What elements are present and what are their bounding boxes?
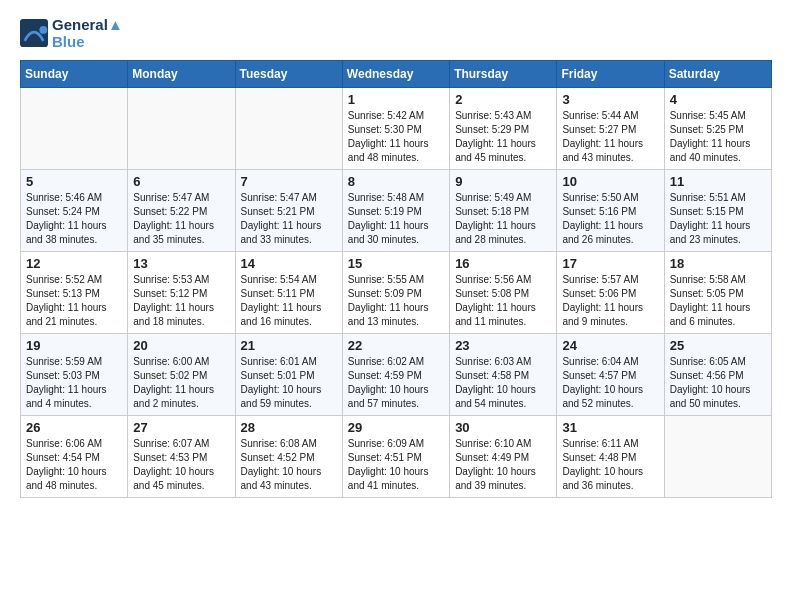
week-row-2: 5Sunrise: 5:46 AM Sunset: 5:24 PM Daylig… — [21, 170, 772, 252]
logo-icon — [20, 19, 48, 47]
day-number: 16 — [455, 256, 551, 271]
day-info: Sunrise: 5:52 AM Sunset: 5:13 PM Dayligh… — [26, 273, 122, 329]
calendar-cell: 30Sunrise: 6:10 AM Sunset: 4:49 PM Dayli… — [450, 416, 557, 498]
weekday-header-saturday: Saturday — [664, 61, 771, 88]
day-info: Sunrise: 6:06 AM Sunset: 4:54 PM Dayligh… — [26, 437, 122, 493]
day-number: 10 — [562, 174, 658, 189]
calendar-cell: 15Sunrise: 5:55 AM Sunset: 5:09 PM Dayli… — [342, 252, 449, 334]
day-number: 1 — [348, 92, 444, 107]
calendar-cell: 4Sunrise: 5:45 AM Sunset: 5:25 PM Daylig… — [664, 88, 771, 170]
day-info: Sunrise: 5:53 AM Sunset: 5:12 PM Dayligh… — [133, 273, 229, 329]
day-info: Sunrise: 6:04 AM Sunset: 4:57 PM Dayligh… — [562, 355, 658, 411]
weekday-header-thursday: Thursday — [450, 61, 557, 88]
weekday-header-monday: Monday — [128, 61, 235, 88]
day-info: Sunrise: 5:47 AM Sunset: 5:21 PM Dayligh… — [241, 191, 337, 247]
day-number: 2 — [455, 92, 551, 107]
day-number: 7 — [241, 174, 337, 189]
day-number: 8 — [348, 174, 444, 189]
day-info: Sunrise: 5:59 AM Sunset: 5:03 PM Dayligh… — [26, 355, 122, 411]
day-number: 26 — [26, 420, 122, 435]
header: General▲ Blue — [20, 16, 772, 50]
calendar-cell — [235, 88, 342, 170]
week-row-3: 12Sunrise: 5:52 AM Sunset: 5:13 PM Dayli… — [21, 252, 772, 334]
calendar-cell — [128, 88, 235, 170]
day-number: 28 — [241, 420, 337, 435]
calendar-cell: 8Sunrise: 5:48 AM Sunset: 5:19 PM Daylig… — [342, 170, 449, 252]
day-info: Sunrise: 6:10 AM Sunset: 4:49 PM Dayligh… — [455, 437, 551, 493]
day-info: Sunrise: 6:07 AM Sunset: 4:53 PM Dayligh… — [133, 437, 229, 493]
calendar-cell: 6Sunrise: 5:47 AM Sunset: 5:22 PM Daylig… — [128, 170, 235, 252]
calendar-cell: 28Sunrise: 6:08 AM Sunset: 4:52 PM Dayli… — [235, 416, 342, 498]
day-info: Sunrise: 5:43 AM Sunset: 5:29 PM Dayligh… — [455, 109, 551, 165]
day-info: Sunrise: 5:50 AM Sunset: 5:16 PM Dayligh… — [562, 191, 658, 247]
calendar-cell: 24Sunrise: 6:04 AM Sunset: 4:57 PM Dayli… — [557, 334, 664, 416]
svg-point-1 — [39, 26, 47, 34]
calendar-cell: 7Sunrise: 5:47 AM Sunset: 5:21 PM Daylig… — [235, 170, 342, 252]
calendar-cell: 5Sunrise: 5:46 AM Sunset: 5:24 PM Daylig… — [21, 170, 128, 252]
calendar-cell: 12Sunrise: 5:52 AM Sunset: 5:13 PM Dayli… — [21, 252, 128, 334]
day-number: 4 — [670, 92, 766, 107]
day-number: 20 — [133, 338, 229, 353]
calendar-cell: 22Sunrise: 6:02 AM Sunset: 4:59 PM Dayli… — [342, 334, 449, 416]
day-number: 25 — [670, 338, 766, 353]
weekday-header-wednesday: Wednesday — [342, 61, 449, 88]
day-info: Sunrise: 5:44 AM Sunset: 5:27 PM Dayligh… — [562, 109, 658, 165]
day-number: 14 — [241, 256, 337, 271]
day-info: Sunrise: 6:01 AM Sunset: 5:01 PM Dayligh… — [241, 355, 337, 411]
day-info: Sunrise: 5:47 AM Sunset: 5:22 PM Dayligh… — [133, 191, 229, 247]
calendar-cell: 2Sunrise: 5:43 AM Sunset: 5:29 PM Daylig… — [450, 88, 557, 170]
day-info: Sunrise: 6:00 AM Sunset: 5:02 PM Dayligh… — [133, 355, 229, 411]
day-number: 3 — [562, 92, 658, 107]
day-number: 29 — [348, 420, 444, 435]
day-info: Sunrise: 5:56 AM Sunset: 5:08 PM Dayligh… — [455, 273, 551, 329]
day-number: 27 — [133, 420, 229, 435]
day-number: 12 — [26, 256, 122, 271]
day-number: 11 — [670, 174, 766, 189]
calendar-cell: 11Sunrise: 5:51 AM Sunset: 5:15 PM Dayli… — [664, 170, 771, 252]
calendar-cell: 10Sunrise: 5:50 AM Sunset: 5:16 PM Dayli… — [557, 170, 664, 252]
day-info: Sunrise: 5:42 AM Sunset: 5:30 PM Dayligh… — [348, 109, 444, 165]
day-info: Sunrise: 5:54 AM Sunset: 5:11 PM Dayligh… — [241, 273, 337, 329]
day-info: Sunrise: 5:46 AM Sunset: 5:24 PM Dayligh… — [26, 191, 122, 247]
day-number: 9 — [455, 174, 551, 189]
calendar-cell: 25Sunrise: 6:05 AM Sunset: 4:56 PM Dayli… — [664, 334, 771, 416]
day-info: Sunrise: 6:02 AM Sunset: 4:59 PM Dayligh… — [348, 355, 444, 411]
calendar-cell: 17Sunrise: 5:57 AM Sunset: 5:06 PM Dayli… — [557, 252, 664, 334]
day-info: Sunrise: 6:03 AM Sunset: 4:58 PM Dayligh… — [455, 355, 551, 411]
day-info: Sunrise: 5:57 AM Sunset: 5:06 PM Dayligh… — [562, 273, 658, 329]
day-info: Sunrise: 5:48 AM Sunset: 5:19 PM Dayligh… — [348, 191, 444, 247]
day-number: 5 — [26, 174, 122, 189]
day-number: 22 — [348, 338, 444, 353]
calendar-cell: 31Sunrise: 6:11 AM Sunset: 4:48 PM Dayli… — [557, 416, 664, 498]
weekday-header-friday: Friday — [557, 61, 664, 88]
day-info: Sunrise: 5:51 AM Sunset: 5:15 PM Dayligh… — [670, 191, 766, 247]
week-row-4: 19Sunrise: 5:59 AM Sunset: 5:03 PM Dayli… — [21, 334, 772, 416]
logo-text: General▲ Blue — [52, 16, 123, 50]
weekday-header-sunday: Sunday — [21, 61, 128, 88]
day-number: 24 — [562, 338, 658, 353]
day-number: 17 — [562, 256, 658, 271]
day-info: Sunrise: 6:08 AM Sunset: 4:52 PM Dayligh… — [241, 437, 337, 493]
week-row-1: 1Sunrise: 5:42 AM Sunset: 5:30 PM Daylig… — [21, 88, 772, 170]
day-number: 19 — [26, 338, 122, 353]
calendar-cell: 1Sunrise: 5:42 AM Sunset: 5:30 PM Daylig… — [342, 88, 449, 170]
day-number: 18 — [670, 256, 766, 271]
calendar-cell: 13Sunrise: 5:53 AM Sunset: 5:12 PM Dayli… — [128, 252, 235, 334]
calendar-cell: 27Sunrise: 6:07 AM Sunset: 4:53 PM Dayli… — [128, 416, 235, 498]
calendar-cell: 14Sunrise: 5:54 AM Sunset: 5:11 PM Dayli… — [235, 252, 342, 334]
weekday-header-tuesday: Tuesday — [235, 61, 342, 88]
day-info: Sunrise: 6:09 AM Sunset: 4:51 PM Dayligh… — [348, 437, 444, 493]
day-info: Sunrise: 6:11 AM Sunset: 4:48 PM Dayligh… — [562, 437, 658, 493]
day-info: Sunrise: 5:45 AM Sunset: 5:25 PM Dayligh… — [670, 109, 766, 165]
day-info: Sunrise: 5:55 AM Sunset: 5:09 PM Dayligh… — [348, 273, 444, 329]
page: General▲ Blue SundayMondayTuesdayWednesd… — [0, 0, 792, 612]
weekday-header-row: SundayMondayTuesdayWednesdayThursdayFrid… — [21, 61, 772, 88]
calendar-cell: 23Sunrise: 6:03 AM Sunset: 4:58 PM Dayli… — [450, 334, 557, 416]
day-number: 30 — [455, 420, 551, 435]
calendar-cell: 21Sunrise: 6:01 AM Sunset: 5:01 PM Dayli… — [235, 334, 342, 416]
day-number: 23 — [455, 338, 551, 353]
day-info: Sunrise: 5:58 AM Sunset: 5:05 PM Dayligh… — [670, 273, 766, 329]
day-number: 6 — [133, 174, 229, 189]
calendar-cell: 20Sunrise: 6:00 AM Sunset: 5:02 PM Dayli… — [128, 334, 235, 416]
day-info: Sunrise: 6:05 AM Sunset: 4:56 PM Dayligh… — [670, 355, 766, 411]
